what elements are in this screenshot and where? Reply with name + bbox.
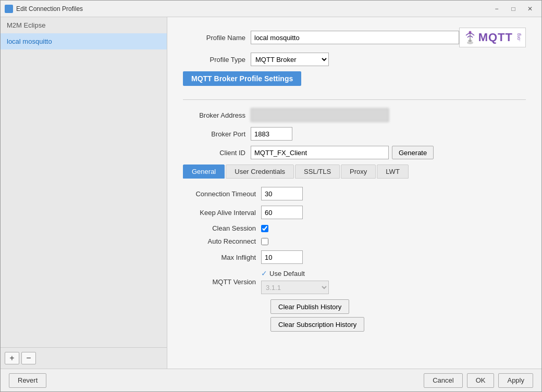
connection-timeout-label: Connection Timeout (193, 190, 261, 198)
revert-button[interactable]: Revert (9, 373, 46, 388)
mqtt-version-select[interactable]: 3.1.1 (261, 281, 329, 294)
main-panel: Profile Name (167, 17, 541, 369)
mqtt-logo-icon (464, 30, 476, 45)
profile-type-row: Profile Type MQTT Broker (183, 53, 526, 66)
minimize-button[interactable]: − (489, 4, 504, 14)
mqtt-version-row: MQTT Version ✓ Use Default 3.1.1 (193, 269, 526, 294)
footer-right: Cancel OK Apply (424, 373, 533, 388)
max-inflight-label: Max Inflight (193, 254, 261, 261)
broker-address-row: Broker Address (183, 108, 526, 122)
profile-name-row: Profile Name (183, 28, 526, 47)
mqtt-logo-text: MQTT (478, 31, 513, 44)
tab-ssl-tls[interactable]: SSL/TLS (295, 165, 340, 179)
auto-reconnect-label: Auto Reconnect (193, 237, 261, 245)
generate-button[interactable]: Generate (392, 146, 434, 159)
maximize-button[interactable]: □ (506, 4, 521, 14)
use-default-row: ✓ Use Default (261, 269, 329, 277)
apply-button[interactable]: Apply (498, 373, 533, 388)
max-inflight-row: Max Inflight (193, 250, 526, 264)
mqtt-logo: MQTT .org (459, 28, 526, 47)
tab-general[interactable]: General (183, 165, 225, 179)
broker-port-input[interactable] (251, 127, 292, 141)
title-bar: Edit Connection Profiles − □ ✕ (1, 1, 541, 17)
profile-name-input[interactable] (251, 31, 459, 44)
broker-port-row: Broker Port (183, 127, 526, 141)
footer-left: Revert (9, 373, 424, 388)
app-icon (5, 5, 13, 13)
window-title: Edit Connection Profiles (16, 5, 489, 12)
clear-subscription-history-button[interactable]: Clear Subscription History (270, 317, 364, 332)
sidebar-group-m2m: M2M Eclipse (1, 17, 167, 33)
profile-type-label: Profile Type (183, 56, 251, 64)
close-button[interactable]: ✕ (523, 4, 537, 14)
profile-type-select[interactable]: MQTT Broker (251, 53, 329, 66)
client-id-label: Client ID (183, 149, 251, 157)
mqtt-version-controls: ✓ Use Default 3.1.1 (261, 269, 329, 294)
history-section: Clear Publish History Clear Subscription… (193, 299, 526, 332)
keep-alive-input[interactable] (261, 206, 303, 219)
clean-session-label: Clean Session (193, 224, 261, 232)
connection-timeout-input[interactable] (261, 187, 303, 200)
add-profile-button[interactable]: + (5, 352, 19, 364)
auto-reconnect-checkbox[interactable] (261, 238, 268, 245)
broker-address-input[interactable] (251, 108, 389, 122)
remove-profile-button[interactable]: − (21, 352, 36, 364)
max-inflight-input[interactable] (261, 250, 303, 264)
cancel-button[interactable]: Cancel (424, 373, 462, 388)
general-settings: Connection Timeout Keep Alive Interval C… (183, 187, 526, 335)
sidebar-item-local-mosquitto[interactable]: local mosquitto (1, 33, 167, 49)
client-id-row: Client ID Generate (183, 146, 526, 159)
content: M2M Eclipse local mosquitto + − Profile … (1, 17, 541, 369)
broker-address-label: Broker Address (183, 111, 251, 119)
section-settings-button[interactable]: MQTT Broker Profile Settings (183, 71, 301, 86)
profile-name-label: Profile Name (183, 34, 251, 42)
footer-bar: Revert Cancel OK Apply (1, 369, 541, 391)
ok-button[interactable]: OK (467, 373, 495, 388)
clean-session-row: Clean Session (193, 224, 526, 232)
keep-alive-row: Keep Alive Interval (193, 206, 526, 219)
sidebar-footer: + − (1, 347, 167, 369)
use-default-label-text: Use Default (269, 270, 305, 277)
mqtt-version-label: MQTT Version (193, 278, 261, 286)
window-controls: − □ ✕ (489, 4, 537, 14)
client-id-input[interactable] (251, 146, 389, 159)
divider (183, 99, 526, 100)
keep-alive-label: Keep Alive Interval (193, 209, 261, 217)
tab-bar: General User Credentials SSL/TLS Proxy L… (183, 165, 526, 179)
use-default-checkmark: ✓ (261, 269, 267, 277)
tab-proxy[interactable]: Proxy (341, 165, 376, 179)
tab-user-credentials[interactable]: User Credentials (226, 165, 294, 179)
clean-session-checkbox[interactable] (261, 225, 268, 232)
sidebar: M2M Eclipse local mosquitto + − (1, 17, 167, 369)
auto-reconnect-row: Auto Reconnect (193, 237, 526, 245)
mqtt-logo-box: MQTT .org (459, 28, 526, 47)
mqtt-logo-org: .org (516, 33, 521, 42)
clear-publish-history-button[interactable]: Clear Publish History (270, 299, 349, 314)
broker-port-label: Broker Port (183, 130, 251, 138)
mqtt-antenna-icon (464, 30, 476, 45)
tab-lwt[interactable]: LWT (377, 165, 408, 179)
window: Edit Connection Profiles − □ ✕ M2M Eclip… (0, 0, 542, 392)
connection-timeout-row: Connection Timeout (193, 187, 526, 200)
